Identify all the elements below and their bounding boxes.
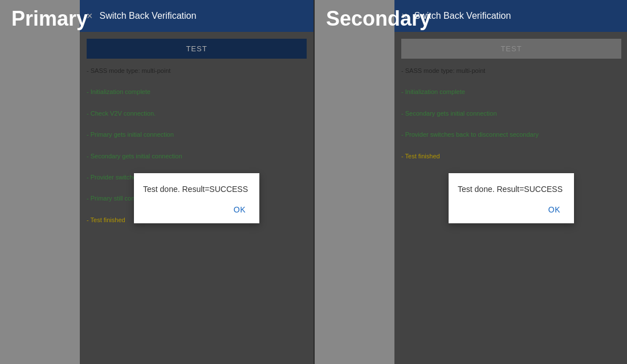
primary-device: Primary × Switch Back Verification TEST … xyxy=(0,0,314,364)
secondary-screen: × Switch Back Verification TEST - SASS m… xyxy=(394,0,627,364)
secondary-label-area: Secondary xyxy=(315,0,627,37)
secondary-dialog-ok-button[interactable]: OK xyxy=(544,203,565,216)
primary-dialog-message: Test done. Result=SUCCESS xyxy=(143,185,250,194)
primary-dialog-actions: OK xyxy=(143,203,250,216)
primary-dialog: Test done. Result=SUCCESS OK xyxy=(134,173,259,223)
primary-content-area: TEST - SASS mode type: multi-point - Ini… xyxy=(80,32,314,364)
secondary-dialog-overlay: Test done. Result=SUCCESS OK xyxy=(394,32,627,364)
secondary-device-title: Secondary xyxy=(326,7,431,31)
secondary-screen-inner: × Switch Back Verification TEST - SASS m… xyxy=(394,0,627,364)
secondary-dialog-message: Test done. Result=SUCCESS xyxy=(458,185,565,194)
secondary-content-area: TEST - SASS mode type: multi-point - Ini… xyxy=(394,32,627,364)
primary-screen: × Switch Back Verification TEST - SASS m… xyxy=(80,0,314,364)
secondary-dialog: Test done. Result=SUCCESS OK xyxy=(449,173,574,223)
primary-dialog-overlay: Test done. Result=SUCCESS OK xyxy=(80,32,314,364)
primary-device-title: Primary xyxy=(11,7,88,31)
secondary-dialog-actions: OK xyxy=(458,203,565,216)
primary-dialog-ok-button[interactable]: OK xyxy=(229,203,250,216)
primary-screen-inner: × Switch Back Verification TEST - SASS m… xyxy=(80,0,314,364)
secondary-device: Secondary × Switch Back Verification TES… xyxy=(315,0,627,364)
primary-label-area: Primary xyxy=(0,0,314,37)
